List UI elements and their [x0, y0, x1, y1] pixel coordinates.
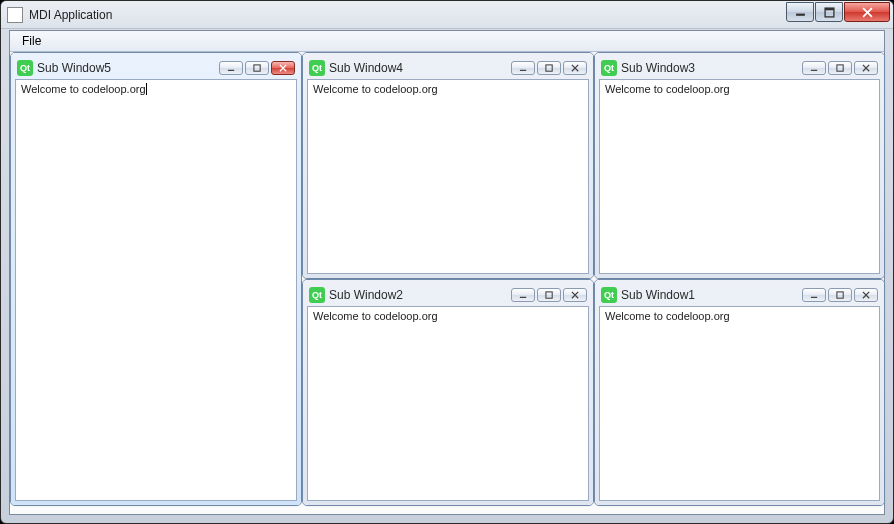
main-window-frame: MDI Application File Qt Sub Window5 — [0, 0, 894, 524]
subwindow-5-close-button[interactable] — [271, 61, 295, 75]
minimize-button[interactable] — [786, 2, 814, 22]
subwindow-1-title: Sub Window1 — [621, 288, 798, 302]
subwindow-5-maximize-button[interactable] — [245, 61, 269, 75]
subwindow-4-text: Welcome to codeloop.org — [313, 83, 438, 95]
app-icon — [7, 7, 23, 23]
subwindow-3-text: Welcome to codeloop.org — [605, 83, 730, 95]
window-title: MDI Application — [29, 8, 112, 22]
subwindow-4-minimize-button[interactable] — [511, 61, 535, 75]
svg-rect-3 — [545, 64, 551, 70]
subwindow-5-content-area[interactable]: Welcome to codeloop.org — [15, 79, 297, 501]
svg-rect-5 — [545, 291, 551, 297]
subwindow-5-minimize-button[interactable] — [219, 61, 243, 75]
subwindow-3-content-area[interactable]: Welcome to codeloop.org — [599, 79, 880, 274]
subwindow-1-text: Welcome to codeloop.org — [605, 310, 730, 322]
subwindow-3-maximize-button[interactable] — [828, 61, 852, 75]
subwindow-1-close-button[interactable] — [854, 288, 878, 302]
subwindow-3-title: Sub Window3 — [621, 61, 798, 75]
menubar: File — [10, 31, 884, 52]
mdi-area[interactable]: Qt Sub Window5 Welcome to codeloop.org — [10, 52, 884, 514]
window-titlebar[interactable]: MDI Application — [1, 1, 893, 29]
svg-rect-4 — [836, 64, 842, 70]
subwindow-2-title: Sub Window2 — [329, 288, 507, 302]
subwindow-3[interactable]: Qt Sub Window3 Welcome to codeloop.org — [594, 52, 885, 279]
menu-file[interactable]: File — [14, 32, 49, 50]
subwindow-1-content-area[interactable]: Welcome to codeloop.org — [599, 306, 880, 501]
subwindow-2-close-button[interactable] — [563, 288, 587, 302]
subwindow-1-titlebar[interactable]: Qt Sub Window1 — [599, 284, 880, 306]
subwindow-2-maximize-button[interactable] — [537, 288, 561, 302]
subwindow-4-title: Sub Window4 — [329, 61, 507, 75]
subwindow-1-maximize-button[interactable] — [828, 288, 852, 302]
subwindow-5-text: Welcome to codeloop.org — [21, 83, 147, 95]
subwindow-3-close-button[interactable] — [854, 61, 878, 75]
subwindow-4-content-area[interactable]: Welcome to codeloop.org — [307, 79, 589, 274]
qt-icon: Qt — [309, 60, 325, 76]
subwindow-5[interactable]: Qt Sub Window5 Welcome to codeloop.org — [10, 52, 302, 506]
subwindow-2-text: Welcome to codeloop.org — [313, 310, 438, 322]
subwindow-2-titlebar[interactable]: Qt Sub Window2 — [307, 284, 589, 306]
qt-icon: Qt — [601, 287, 617, 303]
qt-icon: Qt — [17, 60, 33, 76]
qt-icon: Qt — [601, 60, 617, 76]
subwindow-2-minimize-button[interactable] — [511, 288, 535, 302]
subwindow-4-maximize-button[interactable] — [537, 61, 561, 75]
qt-icon: Qt — [309, 287, 325, 303]
close-button[interactable] — [844, 2, 890, 22]
svg-rect-2 — [253, 64, 259, 70]
subwindow-3-titlebar[interactable]: Qt Sub Window3 — [599, 57, 880, 79]
subwindow-3-minimize-button[interactable] — [802, 61, 826, 75]
subwindow-5-titlebar[interactable]: Qt Sub Window5 — [15, 57, 297, 79]
svg-rect-1 — [825, 8, 834, 10]
subwindow-1[interactable]: Qt Sub Window1 Welcome to codeloop.org — [594, 279, 885, 506]
subwindow-5-title: Sub Window5 — [37, 61, 215, 75]
subwindow-4-titlebar[interactable]: Qt Sub Window4 — [307, 57, 589, 79]
subwindow-4-close-button[interactable] — [563, 61, 587, 75]
subwindow-1-minimize-button[interactable] — [802, 288, 826, 302]
maximize-button[interactable] — [815, 2, 843, 22]
app-client-area: File Qt Sub Window5 Welco — [9, 30, 885, 515]
subwindow-4[interactable]: Qt Sub Window4 Welcome to codeloop.org — [302, 52, 594, 279]
subwindow-2-content-area[interactable]: Welcome to codeloop.org — [307, 306, 589, 501]
subwindow-2[interactable]: Qt Sub Window2 Welcome to codeloop.org — [302, 279, 594, 506]
window-controls — [785, 2, 890, 22]
svg-rect-6 — [836, 291, 842, 297]
